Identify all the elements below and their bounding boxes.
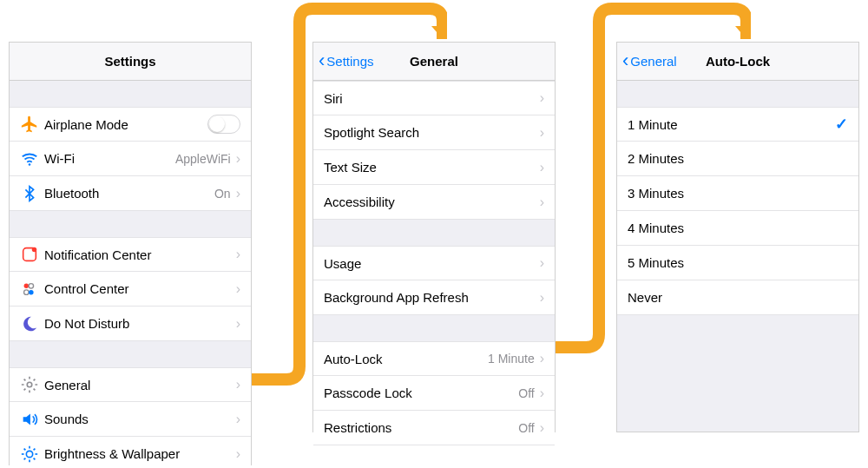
row-label: 3 Minutes	[628, 186, 848, 201]
settings-title: Settings	[104, 54, 155, 69]
autolock-header: ‹General Auto-Lock	[617, 43, 858, 81]
chevron-right-icon: ›	[236, 281, 240, 297]
chevron-right-icon: ›	[540, 160, 544, 175]
chevron-right-icon: ›	[236, 151, 240, 167]
row-background-app-refresh[interactable]: Background App Refresh›	[313, 280, 555, 315]
row-label: Brightness & Wallpaper	[44, 446, 236, 461]
autolock-panel: ‹General Auto-Lock 1 Minute✓ 2 Minutes 3…	[616, 42, 859, 432]
row-label: Auto-Lock	[324, 352, 488, 366]
row-restrictions[interactable]: RestrictionsOff›	[313, 411, 555, 445]
back-to-general[interactable]: ‹General	[622, 43, 677, 81]
row-value: On	[214, 187, 231, 201]
row-label: Accessibility	[324, 194, 540, 209]
svg-point-8	[26, 451, 32, 457]
moon-icon	[20, 314, 44, 333]
settings-panel: Settings Airplane Mode Wi-Fi AppleWiFi ›…	[9, 42, 252, 465]
row-bluetooth[interactable]: Bluetooth On ›	[10, 176, 251, 211]
row-general[interactable]: General ›	[10, 367, 251, 402]
svg-line-13	[24, 448, 26, 450]
row-usage[interactable]: Usage›	[313, 246, 555, 280]
row-label: Usage	[324, 256, 540, 271]
row-control-center[interactable]: Control Center ›	[10, 272, 251, 307]
chevron-right-icon: ›	[540, 125, 544, 141]
option-2-minutes[interactable]: 2 Minutes	[617, 142, 858, 176]
chevron-right-icon: ›	[540, 351, 544, 366]
row-label: Siri	[324, 91, 540, 106]
row-label: Control Center	[44, 281, 236, 296]
svg-point-6	[29, 289, 34, 294]
general-title: General	[410, 54, 458, 69]
row-label: Sounds	[44, 412, 236, 426]
row-text-size[interactable]: Text Size›	[313, 150, 555, 185]
row-label: Restrictions	[324, 420, 518, 435]
chevron-left-icon: ‹	[319, 51, 325, 70]
general-panel: ‹Settings General Siri› Spotlight Search…	[312, 42, 556, 432]
gear-icon	[20, 375, 44, 394]
svg-line-14	[34, 458, 36, 459]
row-value: Off	[518, 421, 534, 435]
row-label: 2 Minutes	[628, 151, 848, 166]
wifi-icon	[20, 149, 44, 168]
chevron-right-icon: ›	[540, 290, 544, 306]
row-accessibility[interactable]: Accessibility›	[313, 185, 555, 220]
back-to-settings[interactable]: ‹Settings	[319, 43, 374, 81]
row-label: Passcode Lock	[324, 386, 518, 400]
row-notification-center[interactable]: Notification Center ›	[10, 237, 251, 272]
chevron-right-icon: ›	[236, 446, 240, 462]
notification-icon	[20, 245, 44, 264]
bluetooth-icon	[20, 184, 44, 203]
autolock-title: Auto-Lock	[706, 54, 770, 69]
svg-point-2	[32, 247, 37, 253]
option-4-minutes[interactable]: 4 Minutes	[617, 211, 858, 246]
chevron-right-icon: ›	[236, 247, 240, 262]
row-label: 5 Minutes	[628, 255, 848, 270]
row-label: Notification Center	[44, 247, 236, 262]
svg-line-16	[34, 448, 36, 450]
svg-line-15	[24, 458, 26, 459]
row-label: Never	[628, 290, 848, 305]
row-value: 1 Minute	[488, 352, 535, 366]
svg-marker-18	[735, 26, 751, 39]
settings-header: Settings	[10, 43, 251, 81]
row-value: Off	[518, 386, 534, 400]
row-label: 1 Minute	[628, 117, 835, 132]
row-label: Text Size	[324, 160, 540, 175]
checkmark-icon: ✓	[835, 115, 848, 134]
back-label: Settings	[326, 43, 373, 81]
row-label: Spotlight Search	[324, 125, 540, 140]
general-header: ‹Settings General	[313, 43, 555, 81]
row-label: Background App Refresh	[324, 290, 540, 305]
back-label: General	[630, 43, 676, 81]
row-label: 4 Minutes	[628, 221, 848, 235]
row-label: Airplane Mode	[44, 117, 207, 132]
row-spotlight-search[interactable]: Spotlight Search›	[313, 115, 555, 150]
row-siri[interactable]: Siri›	[313, 81, 555, 115]
svg-point-5	[24, 289, 29, 294]
row-airplane-mode[interactable]: Airplane Mode	[10, 107, 251, 142]
row-label: Bluetooth	[44, 186, 214, 201]
option-3-minutes[interactable]: 3 Minutes	[617, 176, 858, 211]
airplane-icon	[20, 115, 44, 134]
row-label: General	[44, 378, 236, 392]
row-brightness-wallpaper[interactable]: Brightness & Wallpaper ›	[10, 437, 251, 468]
svg-point-4	[29, 283, 34, 288]
chevron-right-icon: ›	[540, 194, 544, 210]
brightness-icon	[20, 445, 44, 464]
chevron-left-icon: ‹	[622, 51, 628, 70]
row-wifi[interactable]: Wi-Fi AppleWiFi ›	[10, 142, 251, 176]
sound-icon	[20, 410, 44, 429]
row-label: Do Not Disturb	[44, 316, 236, 331]
row-do-not-disturb[interactable]: Do Not Disturb ›	[10, 307, 251, 341]
option-1-minute[interactable]: 1 Minute✓	[617, 107, 858, 142]
row-sounds[interactable]: Sounds ›	[10, 402, 251, 437]
chevron-right-icon: ›	[236, 316, 240, 332]
row-passcode-lock[interactable]: Passcode LockOff›	[313, 376, 555, 411]
chevron-right-icon: ›	[540, 255, 544, 271]
option-never[interactable]: Never	[617, 280, 858, 315]
svg-point-0	[29, 163, 31, 166]
chevron-right-icon: ›	[236, 412, 240, 427]
row-auto-lock[interactable]: Auto-Lock1 Minute›	[313, 341, 555, 376]
airplane-toggle[interactable]	[207, 115, 240, 134]
chevron-right-icon: ›	[540, 420, 544, 436]
option-5-minutes[interactable]: 5 Minutes	[617, 246, 858, 280]
